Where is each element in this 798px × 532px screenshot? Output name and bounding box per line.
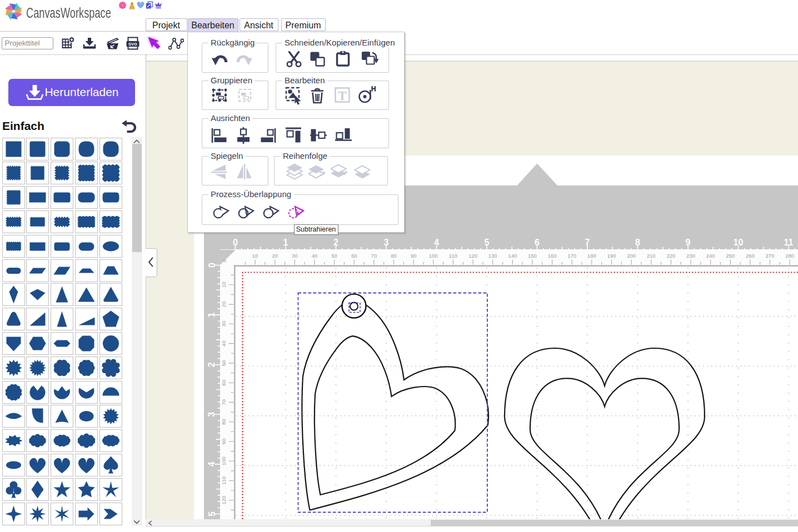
svg-text:90: 90 bbox=[221, 439, 227, 445]
svg-text:30: 30 bbox=[221, 321, 227, 327]
svg-text:40: 40 bbox=[312, 253, 318, 259]
svg-text:30: 30 bbox=[292, 253, 298, 259]
svg-text:20: 20 bbox=[272, 253, 278, 259]
svg-text:120: 120 bbox=[468, 253, 477, 259]
svg-text:170: 170 bbox=[567, 253, 576, 259]
svg-text:70: 70 bbox=[371, 253, 377, 259]
svg-text:130: 130 bbox=[488, 253, 497, 259]
svg-text:60: 60 bbox=[221, 380, 227, 386]
svg-text:270: 270 bbox=[766, 253, 775, 259]
svg-text:140: 140 bbox=[508, 253, 517, 259]
svg-text:190: 190 bbox=[607, 253, 616, 259]
svg-text:100: 100 bbox=[429, 253, 438, 259]
svg-text:260: 260 bbox=[746, 253, 755, 259]
svg-text:10: 10 bbox=[221, 282, 227, 288]
svg-text:240: 240 bbox=[706, 253, 715, 259]
svg-text:110: 110 bbox=[221, 476, 227, 485]
svg-text:120: 120 bbox=[221, 496, 227, 505]
svg-text:200: 200 bbox=[627, 253, 636, 259]
svg-text:80: 80 bbox=[391, 253, 397, 259]
svg-text:220: 220 bbox=[666, 253, 675, 259]
svg-text:160: 160 bbox=[548, 253, 557, 259]
svg-text:SVG: SVG bbox=[128, 42, 137, 47]
svg-text:250: 250 bbox=[726, 253, 735, 259]
svg-text:280: 280 bbox=[785, 253, 794, 259]
svg-text:10: 10 bbox=[252, 253, 258, 259]
svg-text:150: 150 bbox=[528, 253, 537, 259]
svg-text:50: 50 bbox=[221, 360, 227, 367]
svg-text:180: 180 bbox=[587, 253, 596, 259]
svg-text:80: 80 bbox=[221, 419, 227, 425]
svg-text:210: 210 bbox=[647, 253, 656, 259]
svg-text:40: 40 bbox=[221, 340, 227, 347]
svg-text:20: 20 bbox=[221, 302, 227, 308]
svg-text:100: 100 bbox=[221, 456, 227, 465]
svg-text:110: 110 bbox=[449, 253, 457, 259]
svg-text:T: T bbox=[338, 89, 346, 103]
svg-text:90: 90 bbox=[411, 253, 417, 259]
svg-text:70: 70 bbox=[221, 399, 227, 405]
svg-text:230: 230 bbox=[686, 253, 695, 259]
svg-text:60: 60 bbox=[351, 253, 357, 259]
svg-text:50: 50 bbox=[331, 253, 337, 259]
